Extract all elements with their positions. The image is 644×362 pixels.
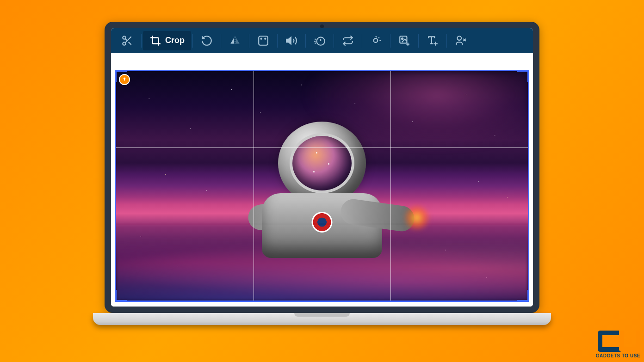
wave-tool[interactable] [364,31,389,50]
svg-point-16 [402,38,403,39]
laptop-base [93,313,551,325]
svg-point-23 [457,36,461,40]
svg-line-4 [125,38,127,40]
svg-point-0 [123,36,126,39]
toolbar-separator [446,34,447,48]
toolbar-separator [334,34,334,48]
speed-tool[interactable] [307,31,332,50]
laptop-frame: Crop [93,22,551,341]
undo-tool[interactable] [194,31,219,50]
astronaut-figure [257,122,387,260]
rotate-tool[interactable] [335,31,360,50]
crop-handle-bl[interactable] [115,290,127,302]
svg-point-7 [261,38,262,39]
image-add-icon [398,35,410,47]
crop-frame[interactable] [115,70,529,302]
text-add-tool[interactable] [420,31,445,50]
camera-dot [320,25,324,28]
crop-handle-tr[interactable] [517,70,529,82]
svg-point-8 [265,38,266,39]
toolbar-separator [390,34,390,48]
volume-tool[interactable] [279,31,304,50]
person-remove-tool[interactable] [448,31,473,50]
svg-rect-6 [259,36,268,45]
crop-handle-br[interactable] [517,290,529,302]
image-preview [116,71,528,301]
cut-tool[interactable] [115,31,140,50]
laptop-notch [294,313,350,317]
svg-line-3 [129,42,131,44]
speed-icon [314,35,326,47]
upload-badge[interactable] [119,74,130,85]
canvas-area [111,53,533,307]
toolbar-separator [221,34,221,48]
toolbar-separator [192,34,193,48]
wave-icon [370,35,382,47]
flip-icon [229,35,241,47]
svg-point-1 [123,42,126,45]
toolbar-separator [277,34,278,48]
crop-tool[interactable]: Crop [143,31,191,50]
toolbar-separator [305,34,306,48]
toolbar-separator [362,34,362,48]
laptop-screen: Crop [105,22,539,313]
aspect-icon [257,35,269,47]
svg-marker-9 [286,37,291,44]
watermark-logo [589,331,640,352]
watermark-text: GADGETS TO USE [596,353,640,358]
screen-content: Crop [111,28,533,307]
crop-icon [149,35,161,47]
flip-tool[interactable] [223,31,248,50]
editor-toolbar: Crop [111,28,533,53]
person-remove-icon [455,35,467,47]
toolbar-separator [141,34,142,48]
undo-icon [201,35,213,47]
volume-icon [285,35,297,47]
text-add-icon [427,35,439,47]
crop-tool-label: Crop [165,36,185,45]
image-add-tool[interactable] [392,31,417,50]
rotate-icon [342,35,354,47]
aspect-tool[interactable] [251,31,276,50]
watermark: GADGETS TO USE [589,331,640,358]
toolbar-separator [249,34,249,48]
cloud-upload-icon [121,76,128,83]
scissors-icon [121,35,133,47]
toolbar-separator [418,34,419,48]
